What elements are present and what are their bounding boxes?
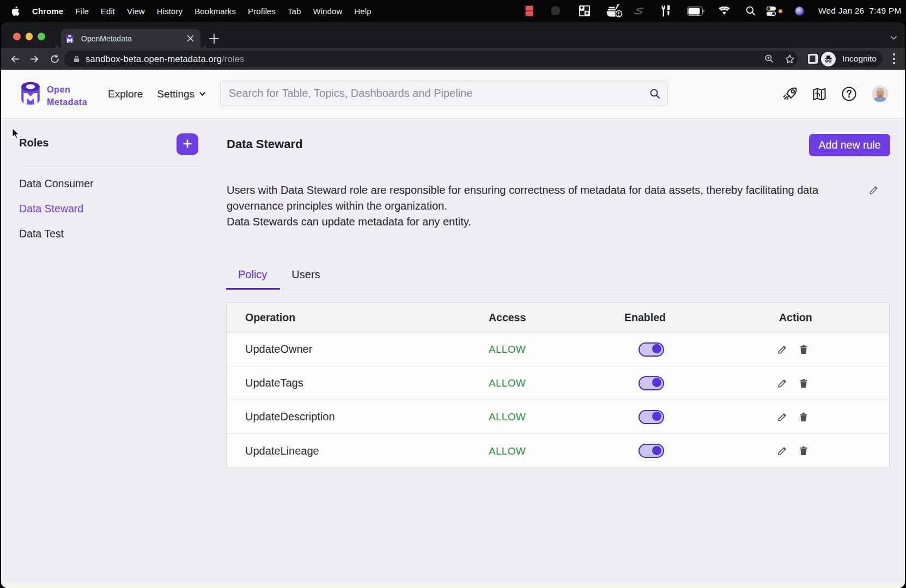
enabled-toggle[interactable] <box>639 444 664 458</box>
nav-explore[interactable]: Explore <box>108 88 143 100</box>
enabled-toggle[interactable] <box>639 376 664 390</box>
control-center-icon[interactable] <box>767 0 783 22</box>
delete-rule-icon[interactable] <box>799 446 808 456</box>
forward-button[interactable] <box>29 54 40 64</box>
wifi-icon[interactable] <box>719 0 730 22</box>
add-new-rule-button[interactable]: Add new rule <box>809 134 890 156</box>
delete-rule-icon[interactable] <box>799 412 808 422</box>
global-search <box>220 81 668 106</box>
rule-actions <box>708 412 889 422</box>
tab-policy[interactable]: Policy <box>226 269 279 288</box>
role-description: Users with Data Steward role are respons… <box>227 182 842 230</box>
column-header-enabled: Enabled <box>582 311 708 324</box>
close-window-button[interactable] <box>13 33 21 40</box>
rule-access: ALLOW <box>470 343 582 356</box>
browser-menu-icon[interactable] <box>889 52 899 66</box>
rule-access: ALLOW <box>470 377 582 389</box>
sidebar-item-data-steward[interactable]: Data Steward <box>19 203 83 215</box>
enabled-toggle[interactable] <box>639 342 664 357</box>
edit-rule-icon[interactable] <box>777 446 787 456</box>
menubar-item-view[interactable]: View <box>127 7 145 16</box>
add-role-button[interactable] <box>177 133 198 155</box>
menubar-item-bookmarks[interactable]: Bookmarks <box>194 7 236 16</box>
table-header: OperationAccessEnabledAction <box>227 303 889 333</box>
rule-row-updatelineage: UpdateLineageALLOW <box>227 434 889 468</box>
menubar-item-edit[interactable]: Edit <box>101 7 115 16</box>
edit-rule-icon[interactable] <box>777 378 787 388</box>
incognito-badge[interactable]: Incognito <box>820 51 883 67</box>
bookmark-star-icon[interactable] <box>785 54 795 64</box>
incognito-label: Incognito <box>842 54 877 64</box>
whats-new-rocket-icon[interactable] <box>782 86 798 102</box>
zoom-icon[interactable] <box>764 54 774 64</box>
tour-map-icon[interactable] <box>811 86 828 102</box>
tab-title: OpenMetadata <box>81 34 186 43</box>
back-button[interactable] <box>10 54 20 64</box>
rule-enabled <box>582 376 708 390</box>
nav-settings[interactable]: Settings <box>157 88 206 100</box>
user-avatar[interactable] <box>872 85 889 102</box>
spotlight-icon[interactable] <box>746 0 756 22</box>
edit-rule-icon[interactable] <box>777 345 787 354</box>
rule-operation: UpdateDescription <box>227 411 470 423</box>
rule-enabled <box>582 342 708 357</box>
mic-bubble-icon[interactable] <box>551 0 561 22</box>
column-header-action: Action <box>708 311 889 324</box>
menubar-menus: ChromeFileEditViewHistoryBookmarksProfil… <box>0 6 372 16</box>
url-text: sandbox-beta.open-metadata.org/roles <box>86 54 245 64</box>
menubar-clock: Wed Jan 26 7:49 PM <box>818 0 902 22</box>
side-panel-icon[interactable] <box>808 54 818 64</box>
openmetadata-logo[interactable] <box>18 81 43 106</box>
plus-icon <box>183 139 192 148</box>
tab-users[interactable]: Users <box>279 269 332 288</box>
screen-recording-icon[interactable] <box>524 0 534 22</box>
tab-close-icon[interactable] <box>186 34 195 43</box>
apple-icon[interactable] <box>11 6 20 16</box>
menubar-item-file[interactable]: File <box>75 7 89 16</box>
siri-icon[interactable] <box>795 0 804 22</box>
chevron-down-icon <box>199 90 206 97</box>
reload-button[interactable] <box>50 54 60 64</box>
zoom-window-button[interactable] <box>38 33 45 40</box>
header-icons <box>782 70 905 118</box>
brand-wordmark[interactable]: Open Metadata <box>47 83 87 108</box>
rule-operation: UpdateLineage <box>227 445 470 457</box>
page-title: Data Steward <box>227 137 302 151</box>
delete-rule-icon[interactable] <box>799 378 808 388</box>
stats-icon[interactable] <box>634 0 644 22</box>
edit-description-icon[interactable] <box>869 185 879 195</box>
rule-row-updatetags: UpdateTagsALLOW <box>227 366 889 400</box>
battery-icon[interactable] <box>687 0 705 22</box>
rule-enabled <box>582 410 708 424</box>
search-input[interactable] <box>221 87 649 100</box>
traffic-lights <box>13 33 45 40</box>
menubar-item-help[interactable]: Help <box>354 7 371 16</box>
edit-rule-icon[interactable] <box>777 412 787 422</box>
address-bar[interactable]: sandbox-beta.open-metadata.org/roles <box>64 51 798 67</box>
new-tab-button[interactable] <box>207 32 221 46</box>
enabled-toggle[interactable] <box>639 410 664 424</box>
tools-icon[interactable] <box>661 0 671 22</box>
browser-tab[interactable]: OpenMetadata <box>61 29 200 48</box>
incognito-icon <box>821 52 836 66</box>
search-icon[interactable] <box>649 88 660 99</box>
minimize-window-button[interactable] <box>26 33 33 40</box>
browser-window: OpenMetadata sandbox-beta.open-metadata.… <box>1 22 905 588</box>
menubar-item-tab[interactable]: Tab <box>288 7 301 16</box>
menubar-item-window[interactable]: Window <box>313 7 342 16</box>
browser-toolbar: sandbox-beta.open-metadata.org/roles Inc… <box>1 48 905 70</box>
docker-icon[interactable] <box>605 0 623 22</box>
tabstrip-chevron-icon[interactable] <box>890 34 898 42</box>
menubar-item-chrome[interactable]: Chrome <box>32 7 63 16</box>
sidebar-item-data-consumer[interactable]: Data Consumer <box>19 177 94 189</box>
toolbar-right: Incognito <box>808 48 905 70</box>
menubar-item-history[interactable]: History <box>157 7 183 16</box>
sidebar-item-data-test[interactable]: Data Test <box>19 228 64 240</box>
rule-operation: UpdateOwner <box>227 343 470 356</box>
rule-actions <box>708 446 889 456</box>
menubar-item-profiles[interactable]: Profiles <box>248 7 276 16</box>
tab-strip: OpenMetadata <box>1 22 905 48</box>
delete-rule-icon[interactable] <box>799 345 808 354</box>
help-icon[interactable] <box>841 86 857 102</box>
window-layout-icon[interactable] <box>579 0 590 22</box>
